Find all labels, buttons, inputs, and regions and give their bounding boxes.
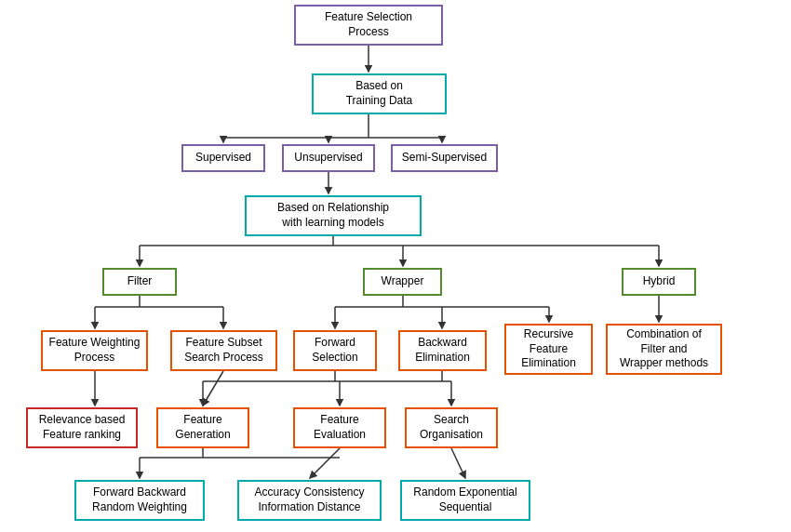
relevance-based-node: Relevance based Feature ranking	[26, 407, 138, 448]
svg-line-33	[310, 448, 340, 478]
feature-selection-node: Feature Selection Process	[294, 5, 443, 46]
filter-node: Filter	[102, 268, 177, 296]
svg-line-23	[203, 371, 223, 406]
based-on-training-node: Based on Training Data	[312, 73, 447, 114]
feature-generation-node: Feature Generation	[156, 407, 249, 448]
backward-elimination-node: Backward Elimination	[398, 330, 487, 371]
combination-node: Combination of Filter and Wrapper method…	[606, 324, 722, 375]
feature-evaluation-node: Feature Evaluation	[293, 407, 386, 448]
accuracy-consistency-node: Accuracy Consistency Information Distanc…	[237, 480, 382, 521]
recursive-feature-node: Recursive Feature Elimination	[504, 324, 593, 375]
unsupervised-node: Unsupervised	[282, 144, 375, 172]
svg-line-34	[451, 448, 465, 478]
forward-backward-random-node: Forward Backward Random Weighting	[74, 480, 205, 521]
semi-supervised-node: Semi-Supervised	[391, 144, 498, 172]
diagram: Feature Selection Process Based on Train…	[0, 0, 791, 532]
wrapper-node: Wrapper	[363, 268, 442, 296]
based-on-relationship-node: Based on Relationship with learning mode…	[245, 195, 422, 236]
feature-subset-search-node: Feature Subset Search Process	[170, 330, 277, 371]
forward-selection-node: Forward Selection	[293, 330, 377, 371]
random-exponential-node: Random Exponential Sequential	[400, 480, 530, 521]
hybrid-node: Hybrid	[622, 268, 696, 296]
supervised-node: Supervised	[181, 144, 265, 172]
feature-weighting-node: Feature Weighting Process	[41, 330, 148, 371]
search-organisation-node: Search Organisation	[405, 407, 498, 448]
